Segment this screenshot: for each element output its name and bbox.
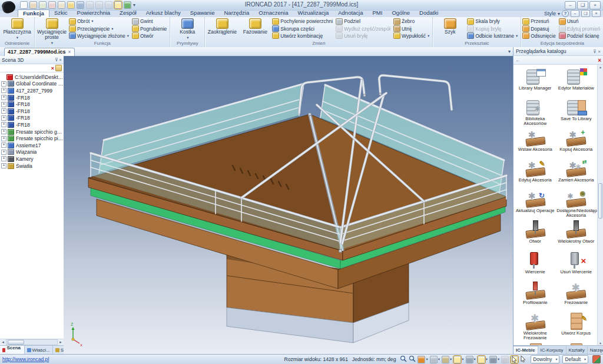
ribbon-tab-dodatki[interactable]: Dodatki (415, 9, 443, 17)
button-ebro[interactable]: Żebro (393, 18, 431, 25)
catalog-tab-kszta-ty[interactable]: Kształty (566, 346, 588, 355)
panel-tab-w-a-ci[interactable]: Właści... (25, 346, 53, 355)
style-dropdown[interactable]: Style (544, 11, 556, 16)
expand-icon[interactable]: + (1, 136, 6, 141)
pin-icon[interactable]: ⊽ (55, 57, 58, 62)
catalog-item-save-to-library[interactable]: Save To Library (556, 97, 597, 127)
expand-icon[interactable]: + (1, 163, 6, 168)
clear-selection-icon[interactable]: × (51, 65, 54, 71)
ribbon-tab-szkic[interactable]: Szkic (49, 9, 72, 17)
help-icon[interactable]: ? (562, 10, 569, 17)
catalog-item-library-manager[interactable]: Library Manager (515, 66, 556, 97)
tree-item-kamery[interactable]: +Kamery (1, 155, 64, 163)
select-arrow-icon[interactable] (511, 356, 518, 363)
catalog-tab-ic-korpusy[interactable]: IC-Korpusy (538, 346, 566, 355)
catalog-pin-icon[interactable]: ⊽ (593, 49, 597, 54)
maximize-icon[interactable]: ❏ (577, 1, 588, 9)
button-przesu[interactable]: Przesuń (522, 18, 558, 25)
close-icon[interactable]: × (589, 1, 601, 9)
scroll-right-icon[interactable]: ▸ (58, 340, 64, 345)
catalog-item-frezowanie[interactable]: ✱Frezowanie (556, 280, 597, 311)
catalog-item-wstaw-akcesoria[interactable]: ✱Wstaw Akcesoria (515, 127, 556, 158)
tree-item-c-users-dell-desktop-dysk-p-j[interactable]: C:\Users\dell\Desktop\Dysk P\J (1, 74, 64, 81)
catalog-item-wielokrotne-frezowanie[interactable]: ✱Wielokrotne Frezowanie (515, 311, 556, 342)
button-utnij[interactable]: Utnij (393, 25, 431, 32)
button-szyk[interactable]: Szyk (434, 18, 466, 35)
tree-item-fr18[interactable]: +-FR18 (1, 115, 64, 122)
document-tab[interactable]: 417_2287_7999Mod.ics× (4, 48, 75, 56)
document-tab-close-icon[interactable]: × (68, 49, 71, 55)
catalog-item-wiercenie[interactable]: Wiercenie (515, 250, 556, 280)
catalog-item-usu-wiercenie[interactable]: ×Usuń Wiercenie (556, 250, 597, 280)
expand-icon[interactable]: + (1, 156, 6, 161)
ribbon-tab-pmi[interactable]: PMI (368, 9, 387, 17)
catalog-close-icon[interactable]: × (598, 57, 601, 64)
expand-icon[interactable]: + (1, 143, 6, 148)
button-podziel[interactable]: Podziel (336, 18, 392, 25)
select-mode-icon[interactable] (520, 355, 526, 363)
ribbon-tab-funkcja[interactable]: Funkcja (18, 9, 49, 17)
display-table-model[interactable] (88, 75, 506, 343)
style-dropdown-arrow-icon[interactable]: ▾ (558, 11, 560, 16)
expand-icon[interactable]: + (1, 129, 6, 134)
expand-icon[interactable]: + (1, 122, 6, 127)
button-pogrubienie[interactable]: Pogrubienie (132, 25, 168, 32)
ribbon-tab-narz-dzia[interactable]: Narzędzia (220, 9, 254, 17)
ribbon-tab-powierzchnia[interactable]: Powierzchnia (72, 9, 115, 17)
button-wypuk-o[interactable]: Wypukłość▾ (393, 32, 431, 39)
catalog-scrollbar[interactable]: ▴ ▾ (597, 65, 603, 345)
model-canvas[interactable]: Z x (64, 57, 513, 355)
catalog-item-dost-pne-niedost-pne-akcesoria[interactable]: ✱◉Dostępne/Niedostępne Akcesoria (556, 188, 597, 219)
ribbon-tab-arkusz-blachy[interactable]: Arkusz blachy (141, 9, 185, 17)
catalog-item-aktualizuj-operacje[interactable]: ✱↻Aktualizuj Operacje (515, 188, 556, 219)
render-sphere-icon[interactable]: ▾ (489, 356, 499, 363)
catalog-scroll-up-icon[interactable]: ▴ (599, 65, 601, 69)
tree-item-fr18[interactable]: +-FR18 (1, 94, 64, 101)
button-usu[interactable]: Usuń (559, 18, 602, 25)
button-utw-rz-kombinacj[interactable]: Utwórz kombinację (272, 32, 334, 39)
ribbon-tab-spawanie[interactable]: Spawanie (185, 9, 220, 17)
catalog-scroll-thumb[interactable] (598, 183, 602, 219)
button-kostka[interactable]: Kostka▾ (171, 18, 203, 40)
zoom-icon[interactable] (400, 355, 407, 363)
button-odbicie-lustrzane[interactable]: Odbicie lustrzane▾ (467, 32, 519, 39)
minimize-icon[interactable]: – (565, 1, 576, 9)
button-otw-r[interactable]: Otwór (132, 32, 168, 39)
expand-icon[interactable]: + (1, 108, 6, 114)
expand-icon[interactable]: + (1, 81, 6, 87)
catalog-tab-ic-meble[interactable]: IC-Meble (513, 346, 538, 355)
catalog-item-profilowanie[interactable]: Profilowanie (515, 280, 556, 311)
tree-item-assieme17[interactable]: +Assieme17 (1, 142, 64, 149)
snap-settings-icon[interactable] (592, 355, 601, 363)
doc-close-icon[interactable]: × (592, 10, 601, 17)
button-przeci-gni-cie[interactable]: Przeciągnięcie▾ (69, 25, 131, 32)
drag-mode-icon[interactable]: ▾ (442, 356, 452, 363)
scroll-thumb[interactable] (8, 340, 24, 345)
button-dopasuj[interactable]: Dopasuj (522, 25, 558, 32)
catalog-item-cabinet[interactable] (515, 342, 556, 345)
viewport-config-icon[interactable]: ▾ (478, 356, 488, 363)
catalog-item-kopiuj-akcesoria[interactable]: ✱+Kopiuj Akcesoria (556, 127, 597, 158)
selection-filter-select[interactable]: Dowolny▾ (531, 355, 559, 363)
render-style-icon[interactable]: ▾ (418, 356, 428, 363)
display-cube-icon[interactable]: ▾ (430, 356, 440, 363)
tree-item-wi-zania[interactable]: +Wiązania (1, 149, 64, 156)
button-wyci-gni-cie-z-o-one[interactable]: Wyciągnięcie złożone▾ (69, 32, 131, 39)
tree-item-fr18[interactable]: +-FR18 (1, 101, 64, 108)
expand-icon[interactable]: + (1, 102, 6, 107)
catalog-item-otw-r[interactable]: Otwór (515, 219, 556, 250)
tree-item-fresate-spicchio-grande[interactable]: +Fresate spicchio grande (1, 128, 64, 135)
tree-item-fr18[interactable]: +-FR18 (1, 121, 64, 128)
panel-tab-scena[interactable]: Scena ... (0, 346, 25, 355)
ribbon-tab-oznaczenia[interactable]: Oznaczenia (254, 9, 293, 17)
button-podziel-cian[interactable]: Podziel ścianę (559, 32, 602, 39)
button-skala-bry-y[interactable]: Skala bryły (467, 18, 519, 25)
button-obr-t[interactable]: Obrót▾ (69, 18, 131, 25)
tree-item-fresate-spicchio-piccolo[interactable]: +Fresate spicchio piccolo (1, 135, 64, 142)
filter-icon[interactable] (55, 65, 62, 71)
doc-restore-icon[interactable]: ❏ (581, 10, 590, 17)
button-odsuni-cie[interactable]: Odsunięcie (522, 32, 558, 39)
button-skorupa-cz-ci[interactable]: Skorupa części (272, 25, 334, 32)
panel-close-icon[interactable]: × (59, 57, 62, 62)
button-pochylenie-powierzchni[interactable]: Pochylenie powierzchni (272, 18, 334, 25)
